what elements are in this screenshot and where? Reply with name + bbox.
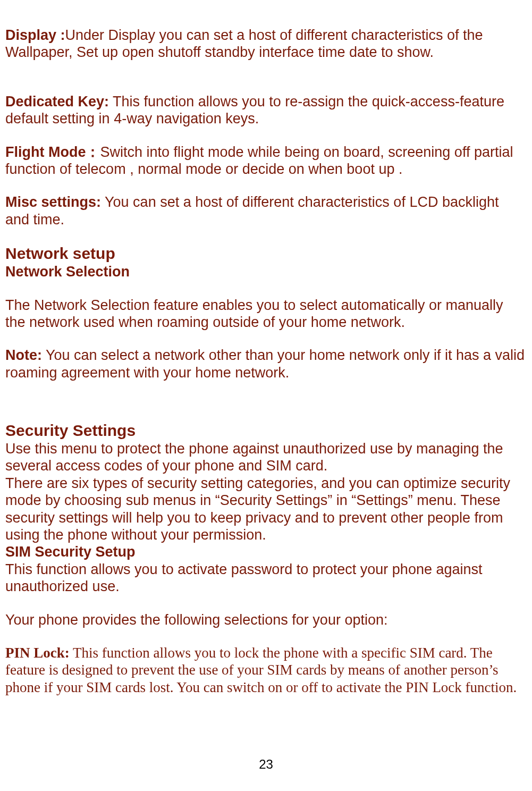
misc-settings-paragraph: Misc settings: You can set a host of dif… [5,193,527,228]
display-label: Display : [5,27,65,43]
network-setup-heading: Network setup [5,244,527,263]
sim-security-text: This function allows you to activate pas… [5,561,527,595]
display-text: Under Display you can set a host of diff… [5,27,483,60]
sim-security-setup-heading: SIM Security Setup [5,543,527,560]
pin-lock-paragraph: PIN Lock: This function allows you to lo… [5,644,527,696]
display-paragraph: Display :Under Display you can set a hos… [5,27,527,61]
flight-mode-label: Flight Mode： [5,144,100,160]
pin-lock-text: This function allows you to lock the pho… [5,645,517,695]
flight-mode-paragraph: Flight Mode：Switch into flight mode whil… [5,144,527,178]
network-note-text: You can select a network other than your… [5,347,525,380]
network-note-paragraph: Note: You can select a network other tha… [5,347,527,381]
pin-lock-label: PIN Lock: [5,645,70,661]
misc-settings-label: Misc settings: [5,194,101,210]
security-body: There are six types of security setting … [5,475,527,544]
options-intro: Your phone provides the following select… [5,611,527,628]
security-intro: Use this menu to protect the phone again… [5,440,527,475]
security-settings-heading: Security Settings [5,421,527,440]
network-note-label: Note: [5,347,42,363]
network-selection-desc: The Network Selection feature enables yo… [5,297,527,331]
dedicated-key-paragraph: Dedicated Key: This function allows you … [5,93,527,128]
network-selection-heading: Network Selection [5,263,527,280]
manual-page: Display :Under Display you can set a hos… [0,0,532,791]
dedicated-key-label: Dedicated Key: [5,94,109,110]
page-number: 23 [0,757,532,772]
